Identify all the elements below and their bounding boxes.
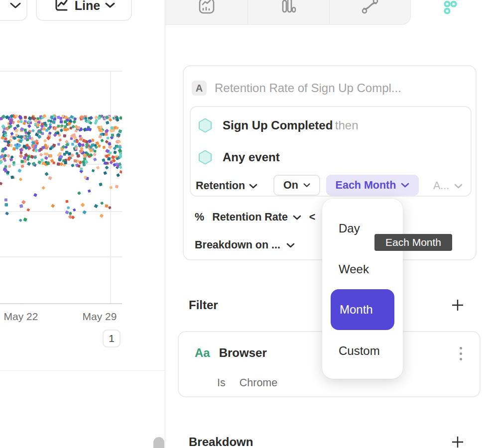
event1-name[interactable]: Sign Up Completed <box>223 118 333 132</box>
interval-menu-item-month-selected[interactable]: Month <box>331 289 394 330</box>
chart-frame-icon <box>198 0 215 14</box>
chevron-down-icon <box>286 243 295 248</box>
filter-value[interactable]: Chrome <box>240 377 277 389</box>
line-chart-icon <box>53 0 70 14</box>
plus-icon <box>451 298 465 312</box>
filter-kebab-menu[interactable] <box>458 345 464 362</box>
add-filter-button[interactable] <box>450 297 466 313</box>
tab-chart-view[interactable] <box>165 0 247 25</box>
flow-icon <box>362 0 378 14</box>
interval-menu-item-month-label: Month <box>331 303 373 317</box>
tab-bars-view[interactable] <box>247 0 329 25</box>
on-label: On <box>283 179 298 192</box>
interval-tooltip: Each Month <box>374 234 452 251</box>
analytics-app: Line May 22 May 29 1 <box>0 0 489 448</box>
event-hexagon-icon <box>198 150 213 165</box>
scrollbar-thumb[interactable] <box>153 437 164 448</box>
scatter-dots-icon <box>442 0 459 20</box>
chevron-down-icon <box>10 2 21 9</box>
left-pane-divider <box>0 370 165 371</box>
interval-menu-item-custom[interactable]: Custom <box>339 344 380 358</box>
event1-suffix: then <box>335 118 359 132</box>
chevron-down-icon <box>105 2 115 8</box>
filter-property-name[interactable]: Browser <box>219 346 267 360</box>
filter-section-title: Filter <box>189 298 218 312</box>
property-type-icon: Aa <box>195 346 210 360</box>
retention-type-dropdown[interactable]: Retention <box>196 180 257 192</box>
x-tick-label: May 29 <box>83 311 117 323</box>
filter-operator[interactable]: Is <box>217 377 226 389</box>
x-tick-label: May 22 <box>4 311 38 323</box>
chevron-down-icon <box>454 184 463 189</box>
interval-tooltip-label: Each Month <box>385 236 441 248</box>
tab-scatter-view-selected[interactable] <box>411 0 489 25</box>
interval-menu-item-day[interactable]: Day <box>339 222 360 235</box>
interval-dropdown[interactable]: Each Month <box>326 175 419 196</box>
chevron-down-icon <box>249 184 257 189</box>
breakdown-section-title: Breakdown <box>189 435 253 448</box>
chart-type-button[interactable]: Line <box>36 0 132 21</box>
chevron-down-icon <box>303 183 310 188</box>
scatter-points <box>0 114 122 222</box>
add-breakdown-button[interactable] <box>450 434 466 448</box>
on-dropdown[interactable]: On <box>273 175 320 196</box>
actual-label: A... <box>433 180 449 192</box>
metric-row: % Retention Rate < <box>195 211 315 224</box>
metric-dropdown[interactable]: Retention Rate <box>212 211 301 224</box>
chevron-down-icon <box>293 215 301 220</box>
page-number: 1 <box>109 333 115 344</box>
metric-prev-arrow[interactable]: < <box>309 211 316 224</box>
interval-label: Each Month <box>336 179 396 192</box>
breakdown-on-label: Breakdown on ... <box>195 239 280 251</box>
tab-flow-view[interactable] <box>329 0 411 25</box>
chart-type-label: Line <box>75 0 100 13</box>
query-title-input[interactable]: Retention Rate of Sign Up Compl... <box>215 81 401 95</box>
breakdown-on-dropdown[interactable]: Breakdown on ... <box>195 239 295 251</box>
interval-menu-item-week[interactable]: Week <box>339 262 369 276</box>
events-card: Sign Up Completed then Any event Retenti… <box>190 106 472 197</box>
event2-name[interactable]: Any event <box>223 150 280 164</box>
event-hexagon-icon <box>198 118 213 133</box>
bars-icon <box>280 0 297 14</box>
metric-label: Retention Rate <box>212 211 288 224</box>
plus-icon <box>451 435 465 448</box>
interval-menu: Day Week Month Custom <box>322 199 403 379</box>
pane-border <box>165 0 165 448</box>
percent-prefix: % <box>195 211 204 224</box>
query-label-badge: A <box>192 81 207 96</box>
chevron-down-icon <box>401 183 409 188</box>
retention-type-label: Retention <box>196 180 245 192</box>
pagination-page-button[interactable]: 1 <box>103 330 121 347</box>
collapsed-dropdown-button[interactable] <box>0 0 27 21</box>
actual-dropdown[interactable]: A... <box>433 180 463 192</box>
retention-scatter-chart <box>0 70 122 304</box>
